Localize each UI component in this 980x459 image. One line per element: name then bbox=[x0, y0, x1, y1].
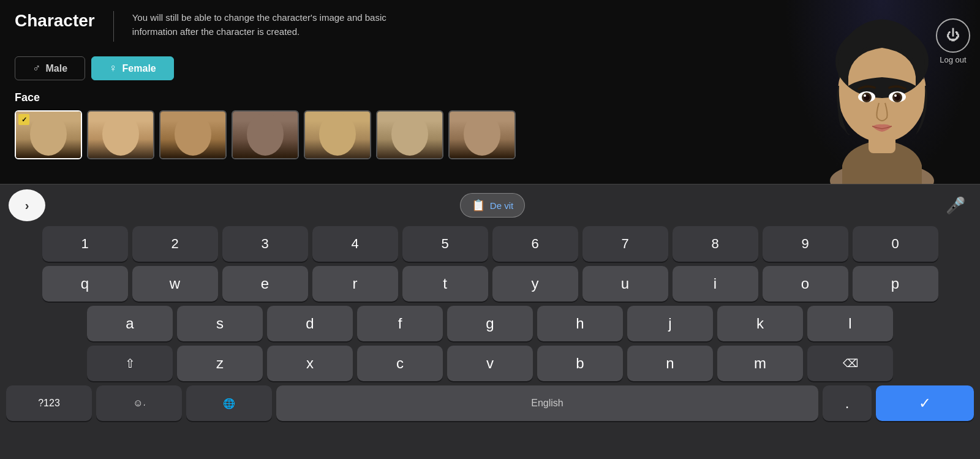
clipboard-button[interactable]: 📋 De vit bbox=[460, 193, 525, 218]
key-9[interactable]: 9 bbox=[763, 226, 848, 262]
key-w[interactable]: w bbox=[132, 266, 218, 302]
key-r[interactable]: r bbox=[312, 266, 398, 302]
key-f[interactable]: f bbox=[357, 306, 443, 341]
key-c[interactable]: c bbox=[357, 346, 443, 381]
face-inner-7 bbox=[450, 112, 514, 158]
microphone-button[interactable]: 🎤 bbox=[940, 189, 971, 221]
microphone-icon: 🎤 bbox=[946, 196, 965, 215]
face-oval-5 bbox=[319, 113, 356, 156]
face-oval-6 bbox=[391, 113, 428, 156]
key-a[interactable]: a bbox=[87, 306, 173, 341]
bottom-row: ?123 ☺، 🌐 English . ✓ bbox=[6, 385, 974, 421]
key-q[interactable]: q bbox=[42, 266, 128, 302]
key-z[interactable]: z bbox=[177, 346, 263, 381]
key-j[interactable]: j bbox=[627, 306, 713, 341]
face-oval-4 bbox=[247, 113, 284, 156]
face-oval-7 bbox=[464, 113, 500, 156]
keyboard-top-bar: › 📋 De vit 🎤 bbox=[6, 189, 974, 221]
key-l[interactable]: l bbox=[807, 306, 893, 341]
logout-label: Log out bbox=[940, 55, 966, 64]
face-thumb-4[interactable] bbox=[232, 110, 299, 159]
key-d[interactable]: d bbox=[267, 306, 353, 341]
key-u[interactable]: u bbox=[582, 266, 668, 302]
chevron-button[interactable]: › bbox=[9, 189, 45, 221]
face-oval-3 bbox=[175, 113, 211, 156]
key-b[interactable]: b bbox=[537, 346, 623, 381]
key-s[interactable]: s bbox=[177, 306, 263, 341]
key-1[interactable]: 1 bbox=[42, 226, 128, 262]
face-inner-2 bbox=[88, 112, 153, 158]
key-7[interactable]: 7 bbox=[582, 226, 668, 262]
clipboard-text: De vit bbox=[490, 200, 513, 211]
face-oval-2 bbox=[102, 113, 139, 156]
female-icon: ♀ bbox=[109, 62, 118, 75]
key-4[interactable]: 4 bbox=[312, 226, 398, 262]
key-x[interactable]: x bbox=[267, 346, 353, 381]
key-6[interactable]: 6 bbox=[492, 226, 578, 262]
asdf-row: a s d f g h j k l bbox=[6, 306, 974, 341]
character-creation-area: Character You will still be able to chan… bbox=[0, 0, 980, 190]
face-oval-1 bbox=[30, 113, 67, 156]
male-icon: ♂ bbox=[32, 62, 41, 75]
shift-key[interactable]: ⇧ bbox=[87, 346, 173, 381]
face-thumb-3[interactable] bbox=[159, 110, 227, 159]
emoji-key[interactable]: ☺، bbox=[96, 385, 182, 421]
svg-point-11 bbox=[894, 94, 897, 97]
key-t[interactable]: t bbox=[402, 266, 488, 302]
key-e[interactable]: e bbox=[222, 266, 308, 302]
backspace-key[interactable]: ⌫ bbox=[807, 346, 893, 381]
selected-checkmark: ✓ bbox=[18, 114, 29, 125]
header-divider bbox=[113, 11, 114, 42]
male-button[interactable]: ♂ Male bbox=[15, 56, 85, 80]
face-inner-6 bbox=[377, 112, 442, 158]
logout-button[interactable]: ⏻ Log out bbox=[936, 18, 970, 64]
face-thumb-2[interactable] bbox=[87, 110, 154, 159]
header-subtitle: You will still be able to change the cha… bbox=[132, 9, 386, 39]
logout-circle: ⏻ bbox=[936, 18, 970, 53]
key-o[interactable]: o bbox=[763, 266, 848, 302]
face-thumb-6[interactable] bbox=[376, 110, 443, 159]
key-n[interactable]: n bbox=[627, 346, 713, 381]
svg-point-7 bbox=[864, 94, 866, 97]
page-title: Character bbox=[15, 9, 95, 31]
key-8[interactable]: 8 bbox=[673, 226, 758, 262]
female-button[interactable]: ♀ Female bbox=[91, 56, 174, 80]
key-m[interactable]: m bbox=[717, 346, 803, 381]
key-y[interactable]: y bbox=[492, 266, 578, 302]
key-0[interactable]: 0 bbox=[853, 226, 938, 262]
globe-key[interactable]: 🌐 bbox=[186, 385, 272, 421]
key-g[interactable]: g bbox=[447, 306, 533, 341]
key-3[interactable]: 3 bbox=[222, 226, 308, 262]
face-thumb-5[interactable] bbox=[304, 110, 371, 159]
chevron-right-icon: › bbox=[25, 199, 29, 213]
face-inner-5 bbox=[305, 112, 370, 158]
face-thumb-7[interactable] bbox=[448, 110, 516, 159]
space-key[interactable]: English bbox=[276, 385, 818, 421]
character-head-svg bbox=[809, 6, 956, 184]
face-thumb-1[interactable]: ✓ bbox=[15, 110, 82, 159]
key-v[interactable]: v bbox=[447, 346, 533, 381]
qwerty-row: q w e r t y u i o p bbox=[6, 266, 974, 302]
number-row: 1 2 3 4 5 6 7 8 9 0 bbox=[6, 226, 974, 262]
key-h[interactable]: h bbox=[537, 306, 623, 341]
face-inner-4 bbox=[233, 112, 298, 158]
key-p[interactable]: p bbox=[853, 266, 938, 302]
key-k[interactable]: k bbox=[717, 306, 803, 341]
zxcv-row: ⇧ z x c v b n m ⌫ bbox=[6, 346, 974, 381]
face-inner-3 bbox=[160, 112, 225, 158]
numbers-toggle-key[interactable]: ?123 bbox=[6, 385, 92, 421]
period-key[interactable]: . bbox=[823, 385, 872, 421]
keyboard: › 📋 De vit 🎤 1 2 3 4 5 6 7 8 9 0 q w e r… bbox=[0, 184, 980, 459]
key-5[interactable]: 5 bbox=[402, 226, 488, 262]
clipboard-icon: 📋 bbox=[472, 199, 485, 212]
key-i[interactable]: i bbox=[673, 266, 758, 302]
confirm-key[interactable]: ✓ bbox=[876, 385, 974, 421]
key-2[interactable]: 2 bbox=[132, 226, 218, 262]
power-icon: ⏻ bbox=[946, 28, 960, 44]
